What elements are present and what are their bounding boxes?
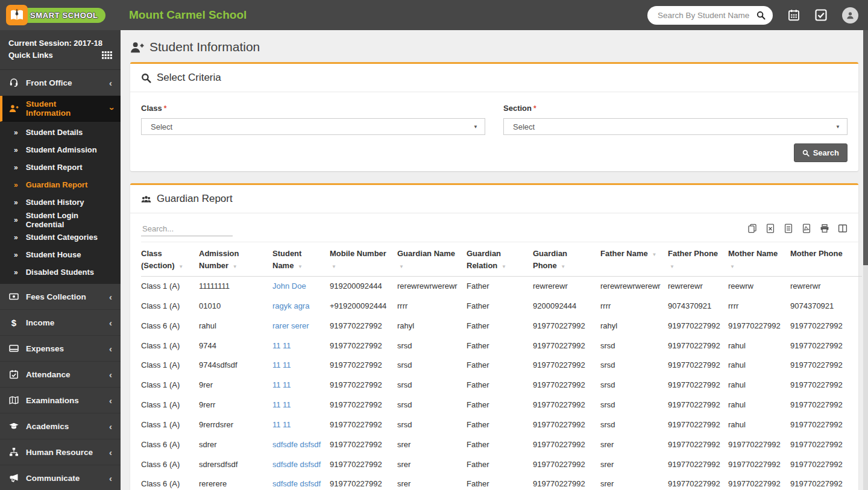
sidebar-item-income[interactable]: $Income‹: [0, 310, 121, 336]
sidebar-item-academics[interactable]: Academics‹: [0, 413, 121, 439]
sidebar-subitem-disabled-students[interactable]: »Disabled Students: [0, 263, 121, 281]
student-name-link[interactable]: sdfsdfe dsfsdf: [272, 440, 321, 449]
sidebar-item-communicate[interactable]: Communicate‹: [0, 465, 121, 490]
student-name-link[interactable]: rarer serer: [272, 321, 309, 330]
student-name-link[interactable]: ragyk agra: [272, 301, 309, 310]
student-name-link[interactable]: 11 11: [272, 380, 291, 389]
cell-guardian-relation: Father: [467, 297, 533, 316]
table-row: Class 6 (A)rahulrarer serer919770227992r…: [141, 316, 862, 336]
scrollbar-thumb[interactable]: [863, 30, 868, 265]
search-button[interactable]: Search: [794, 143, 848, 162]
student-name-link[interactable]: 11 11: [272, 360, 291, 369]
sidebar-subitem-label: Guardian Report: [26, 180, 88, 189]
table-row: Class 1 (A)974411 11919770227992srsdFath…: [141, 336, 862, 356]
sidebar-item-expenses[interactable]: Expenses‹: [0, 336, 121, 362]
sidebar-subitem-student-admission[interactable]: »Student Admission: [0, 141, 121, 159]
calendar-check-icon: [8, 369, 19, 379]
cell-mother-phone: 919770227992: [790, 316, 862, 336]
student-name-link[interactable]: 11 11: [272, 341, 291, 350]
sort-caret-icon: ▼: [561, 264, 565, 269]
double-angle-right-icon: »: [14, 181, 18, 189]
sidebar-item-examinations[interactable]: Examinations‹: [0, 388, 121, 413]
sidebar-item-fees-collection[interactable]: Fees Collection‹: [0, 284, 121, 310]
cell-guardian-phone: 919770227992: [533, 316, 600, 336]
sidebar-item-human-resource[interactable]: Human Resource‹: [0, 439, 121, 465]
dollar-icon: $: [8, 318, 19, 327]
column-header-father-phone[interactable]: Father Phone▼: [668, 242, 728, 277]
column-header-class-section[interactable]: Class(Section) ▼: [141, 242, 199, 277]
cell-mother-name: rrrr: [728, 297, 790, 316]
calendar-icon[interactable]: [788, 9, 800, 21]
sidebar-subitem-label: Student Report: [26, 163, 83, 172]
student-name-link[interactable]: 11 11: [272, 400, 291, 409]
chevron-left-icon: ‹: [109, 474, 112, 483]
sort-caret-icon: ▼: [399, 264, 404, 269]
cell-mobile-no: 919770227992: [330, 336, 397, 356]
cell-father-phone: 919770227992: [668, 455, 728, 475]
column-header-mother-name[interactable]: Mother Name▼: [728, 242, 790, 277]
column-header-student-name[interactable]: StudentName ▼: [272, 242, 330, 277]
column-header-father-name[interactable]: Father Name ▼: [600, 242, 668, 277]
student-name-link[interactable]: sdfsdfe dsfsdf: [272, 479, 321, 488]
column-header-mother-phone[interactable]: Mother Phone: [790, 242, 862, 277]
export-excel-button[interactable]: [766, 224, 775, 233]
class-select[interactable]: Select ▼: [141, 118, 485, 135]
cell-class-section: Class 6 (A): [141, 474, 199, 490]
cell-mother-phone: 919770227992: [790, 474, 862, 490]
export-csv-button[interactable]: [784, 224, 793, 233]
double-angle-right-icon: »: [14, 146, 18, 154]
cell-mother-name: 919770227992: [728, 435, 790, 455]
sidebar-subitem-label: Student Login Credential: [26, 211, 112, 229]
cell-class-section: Class 1 (A): [141, 336, 199, 356]
app-logo[interactable]: SMART SCHOOL: [0, 5, 121, 25]
cell-father-name: srsd: [600, 336, 668, 356]
column-header-guardian-relation[interactable]: GuardianRelation ▼: [467, 242, 533, 277]
print-button[interactable]: [820, 224, 829, 233]
sidebar-item-student-information[interactable]: Student Information‹: [0, 96, 121, 122]
column-header-guardian-name[interactable]: Guardian Name▼: [397, 242, 467, 277]
cell-student-name: sdfsdfe dsfsdf: [272, 474, 330, 490]
column-header-admission-number[interactable]: AdmissionNumber ▼: [199, 242, 272, 277]
section-field: Section* Select ▼: [503, 102, 848, 135]
grid-icon[interactable]: [102, 51, 112, 59]
student-search[interactable]: [647, 6, 773, 25]
student-name-link[interactable]: 11 11: [272, 420, 291, 429]
export-pdf-button[interactable]: [802, 224, 811, 233]
cell-guardian-name: rahyl: [397, 316, 467, 336]
guardian-report-table: Class(Section) ▼AdmissionNumber ▼Student…: [141, 242, 862, 490]
select-criteria-title: Select Criteria: [157, 72, 221, 84]
student-name-link[interactable]: sdfsdfe dsfsdf: [272, 460, 321, 469]
sidebar-subitem-student-login-credential[interactable]: »Student Login Credential: [0, 211, 121, 228]
sidebar-subitem-student-report[interactable]: »Student Report: [0, 159, 121, 176]
column-header-guardian-phone[interactable]: GuardianPhone ▼: [533, 242, 600, 277]
table-search-input[interactable]: [141, 222, 233, 236]
book-open-icon: [8, 395, 19, 405]
sidebar-subitem-student-categories[interactable]: »Student Categories: [0, 228, 121, 246]
user-avatar[interactable]: [842, 7, 858, 24]
sidebar-subitem-student-house[interactable]: »Student House: [0, 246, 121, 263]
criteria-fields: Class* Select ▼ Section* Select ▼: [130, 92, 858, 136]
section-select[interactable]: Select ▼: [503, 118, 848, 135]
column-header-mobile-number[interactable]: Mobile Number▼: [330, 242, 397, 277]
cell-guardian-phone: 919770227992: [533, 455, 600, 475]
tasks-icon[interactable]: [815, 9, 827, 21]
student-name-link[interactable]: John Doe: [272, 281, 306, 291]
quick-links[interactable]: Quick Links: [8, 51, 112, 60]
student-search-input[interactable]: [656, 10, 756, 20]
sidebar-item-front-office[interactable]: Front Office‹: [0, 70, 121, 96]
copy-button[interactable]: [747, 224, 757, 233]
sidebar-subitem-guardian-report[interactable]: »Guardian Report: [0, 176, 121, 193]
guardian-report-body: Class(Section) ▼AdmissionNumber ▼Student…: [130, 213, 858, 490]
sidebar-subitem-student-history[interactable]: »Student History: [0, 193, 121, 211]
sidebar-item-attendance[interactable]: Attendance‹: [0, 362, 121, 388]
cell-class-section: Class 1 (A): [141, 356, 199, 375]
cell-guardian-name: srsd: [397, 395, 467, 415]
cell-guardian-relation: Father: [467, 435, 533, 455]
cell-admission-no: 9rerrdsrer: [199, 415, 272, 435]
sidebar-subitem-student-details[interactable]: »Student Details: [0, 124, 121, 141]
search-icon[interactable]: [756, 11, 766, 20]
double-angle-right-icon: »: [14, 233, 18, 242]
column-visibility-button[interactable]: [838, 224, 848, 233]
vertical-scrollbar[interactable]: [863, 30, 868, 490]
export-tools: [747, 224, 848, 236]
